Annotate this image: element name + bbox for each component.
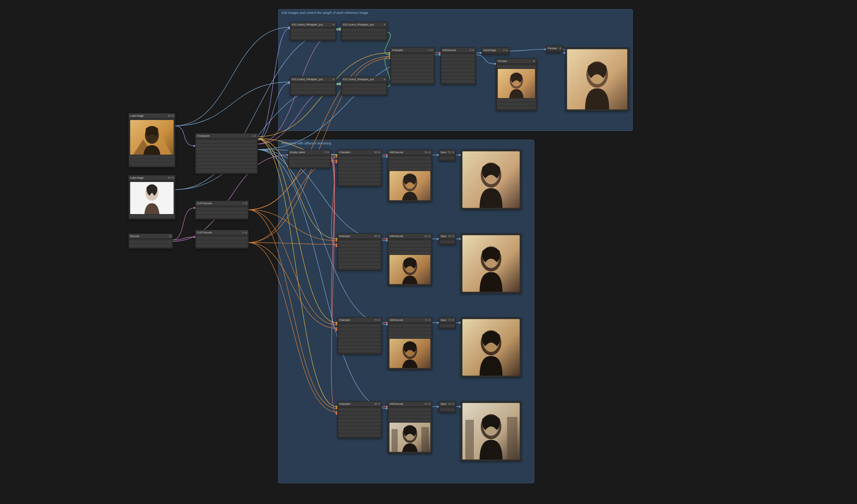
node-field[interactable]: [196, 144, 257, 147]
node-n_ckpt[interactable]: Checkpoint 1: [195, 133, 258, 174]
node-field[interactable]: [442, 54, 475, 57]
node-field[interactable]: [338, 426, 381, 429]
node-field[interactable]: [338, 430, 381, 433]
node-n_ipC[interactable]: KSI Control_IPAdapter_pos: [290, 77, 336, 96]
node-header[interactable]: Checkpoint 1: [195, 133, 257, 139]
node-field[interactable]: [389, 408, 431, 411]
node-header[interactable]: KSI Control_IPAdapter_pos: [341, 77, 387, 82]
node-n_pos[interactable]: CLIP Encode 6: [195, 230, 249, 249]
node-field[interactable]: [440, 156, 455, 159]
node-n_ipA[interactable]: KSI Control_IPAdapter_pos: [290, 22, 336, 41]
node-field[interactable]: [338, 167, 381, 170]
node-field[interactable]: [497, 99, 536, 102]
node-header[interactable]: KSampler 60: [338, 234, 381, 239]
node-field[interactable]: [389, 244, 431, 247]
node-field[interactable]: [389, 412, 431, 415]
node-header[interactable]: Save 52: [439, 150, 455, 155]
node-field[interactable]: [497, 102, 536, 105]
node-field[interactable]: [389, 248, 431, 251]
node-field[interactable]: [338, 335, 381, 338]
node-field[interactable]: [196, 166, 257, 168]
node-header[interactable]: Preview: [546, 46, 563, 51]
node-field[interactable]: [338, 332, 381, 334]
node-field[interactable]: [442, 62, 475, 65]
node-field[interactable]: [391, 69, 434, 72]
node-field[interactable]: [338, 266, 381, 269]
node-field[interactable]: [389, 240, 431, 243]
node-field[interactable]: [342, 32, 386, 35]
node-field[interactable]: [291, 32, 335, 35]
node-field[interactable]: [196, 240, 248, 243]
node-header[interactable]: Load Image 47: [129, 175, 175, 181]
node-field[interactable]: [196, 147, 257, 150]
node-field[interactable]: [196, 211, 248, 214]
node-field[interactable]: [391, 62, 434, 65]
node-field[interactable]: [338, 255, 381, 258]
node-header[interactable]: CLIP Encode 7: [195, 201, 248, 206]
node-field[interactable]: [196, 244, 248, 247]
node-header[interactable]: VAEDecode 71: [388, 318, 432, 323]
node-field[interactable]: [129, 240, 172, 243]
node-header[interactable]: KSampler 50: [338, 150, 381, 155]
node-field[interactable]: [391, 58, 434, 61]
image-preview[interactable]: [462, 319, 520, 376]
node-field[interactable]: [196, 155, 257, 158]
node-n_svB[interactable]: Save 62: [439, 233, 456, 245]
node-n_src2[interactable]: Load Image 47: [128, 175, 175, 220]
node-field[interactable]: [497, 106, 536, 109]
node-field[interactable]: [338, 240, 381, 243]
node-header[interactable]: KSampler 70: [338, 318, 381, 323]
node-n_ipB[interactable]: KSI Control_IPAdapter_pos: [341, 22, 387, 41]
node-field[interactable]: [196, 158, 257, 161]
node-field[interactable]: [442, 69, 475, 72]
node-header[interactable]: Load Image 46: [129, 113, 175, 119]
image-preview[interactable]: [389, 255, 430, 284]
node-field[interactable]: [338, 171, 381, 174]
image-preview[interactable]: [130, 182, 174, 214]
node-header[interactable]: Save 72: [439, 318, 455, 323]
node-field[interactable]: [442, 58, 475, 61]
node-header[interactable]: KSI Control_IPAdapter_pos: [290, 22, 336, 27]
node-field[interactable]: [391, 54, 434, 57]
node-field[interactable]: [129, 244, 172, 247]
node-n_vdA[interactable]: VAEDecode 51: [388, 150, 432, 202]
node-field[interactable]: [196, 237, 248, 240]
node-field[interactable]: [391, 73, 434, 75]
node-field[interactable]: [338, 160, 381, 163]
node-field[interactable]: [338, 408, 381, 411]
image-preview[interactable]: [462, 403, 520, 460]
node-field[interactable]: [338, 262, 381, 265]
node-field[interactable]: [389, 251, 431, 254]
node-field[interactable]: [342, 36, 386, 39]
node-n_ksD[interactable]: KSampler 80: [337, 401, 382, 438]
node-field[interactable]: [196, 151, 257, 154]
node-n_BigD[interactable]: [461, 401, 521, 461]
node-field[interactable]: [391, 65, 434, 68]
node-field[interactable]: [391, 76, 434, 79]
node-field[interactable]: [196, 162, 257, 165]
image-preview[interactable]: [130, 120, 174, 155]
node-field[interactable]: [129, 155, 174, 158]
node-header[interactable]: VAEDecode 51: [388, 150, 432, 155]
node-n_vdD[interactable]: VAEDecode 81: [388, 401, 432, 454]
node-header[interactable]: Reroute: [129, 234, 172, 239]
node-header[interactable]: Preview: [496, 59, 536, 64]
node-field[interactable]: [338, 251, 381, 254]
node-field[interactable]: [338, 346, 381, 349]
image-preview[interactable]: [389, 171, 430, 200]
node-field[interactable]: [291, 36, 335, 39]
node-n_BigP1[interactable]: [565, 47, 629, 111]
node-field[interactable]: [338, 248, 381, 251]
node-field[interactable]: [440, 240, 455, 243]
node-n_BigB[interactable]: [461, 233, 521, 294]
image-preview[interactable]: [567, 49, 627, 109]
node-field[interactable]: [389, 164, 431, 167]
node-header[interactable]: Save 82: [439, 402, 455, 407]
node-field[interactable]: [389, 160, 431, 163]
node-field[interactable]: [389, 328, 431, 331]
node-field[interactable]: [291, 87, 335, 90]
node-header[interactable]: Save 62: [439, 234, 455, 239]
image-preview[interactable]: [462, 151, 520, 208]
node-field[interactable]: [338, 415, 381, 418]
image-preview[interactable]: [462, 235, 520, 292]
